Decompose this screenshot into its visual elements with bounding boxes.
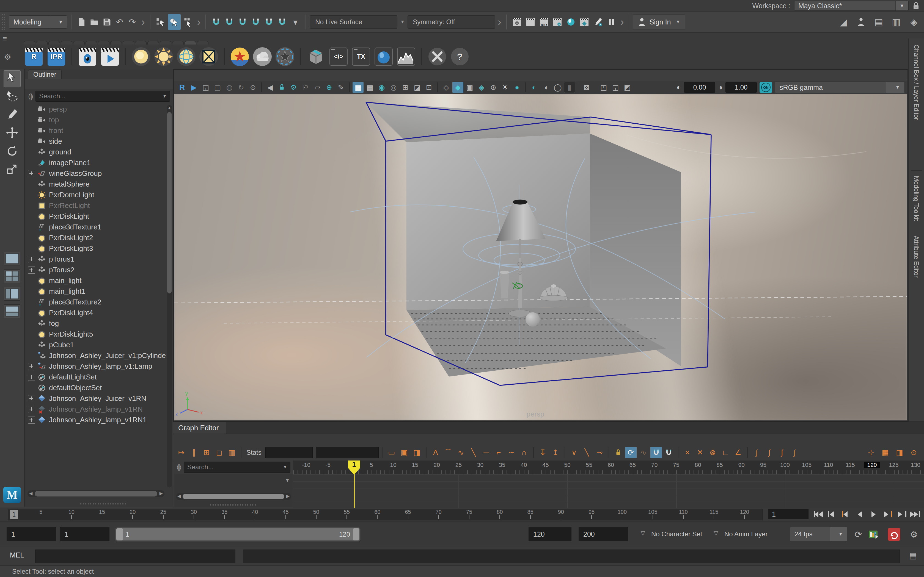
shelf-tab[interactable] [61,41,72,45]
filter-icon[interactable]: ⟬⟭ [176,463,181,471]
group-collapse-icon[interactable]: › [498,17,501,27]
outliner-item[interactable]: persp [25,104,166,114]
shelf-tab[interactable] [160,41,171,45]
lock-camera-icon[interactable] [276,82,288,93]
anim-layer-selector[interactable]: No Anim Layer [724,527,767,541]
move-keys-icon[interactable]: ⊹ [865,447,877,458]
shelf-tab[interactable] [36,41,48,45]
field-chart-icon[interactable]: ⊞ [400,82,411,93]
tx-make-icon[interactable]: TX [351,47,371,67]
paint-effects-icon[interactable] [591,14,604,30]
move-nearest-picked-key-tool-icon[interactable]: ↦ [176,447,187,458]
toon-outline-icon[interactable] [565,14,577,30]
shelf-tab[interactable] [197,41,208,45]
occlusion-icon[interactable]: ◯ [552,82,563,93]
refresh-render-icon[interactable]: ↻ [236,82,247,93]
step-forward-frame-button[interactable] [895,509,908,520]
toggle-modeling-toolkit-icon[interactable]: ◢ [837,14,850,30]
film-gate-icon[interactable]: ▤ [364,82,375,93]
toggle-tool-settings-icon[interactable]: ▥ [890,14,903,30]
scroll-right-icon[interactable]: ▶ [286,493,289,499]
outliner-vertical-scrollbar[interactable]: ▲ [166,105,172,487]
exposure-icon[interactable]: ◐ [677,83,681,92]
select-hierarchy-icon[interactable] [154,14,167,30]
stats-value-field[interactable] [316,447,379,458]
outliner-item[interactable]: T place3dTexture1 [25,222,166,232]
frame-all-icon[interactable]: ▭ [386,447,397,458]
camera-attributes-icon[interactable]: ⚙ [288,82,299,93]
gate-mask-icon[interactable]: ◎ [388,82,399,93]
dope-sheet-icon[interactable]: ▦ [879,447,891,458]
renderman-help-icon[interactable]: ? [450,47,470,67]
menu-set-dropdown[interactable]: Modeling ▼ [9,15,67,29]
renderman-preferences-icon[interactable] [427,47,447,67]
open-render-view-icon[interactable] [510,14,523,30]
shelf-tab[interactable] [135,41,147,45]
outliner-item[interactable]: defaultLightSet [25,372,166,382]
live-surface-field[interactable]: No Live Surface [310,15,397,29]
break-connection-icon[interactable]: ✕ [695,447,706,458]
snap-curve-icon[interactable] [223,14,236,30]
shelf-tab[interactable] [172,41,184,45]
toggle-attribute-editor-icon[interactable]: ◈ [908,14,920,30]
lock-channel-icon[interactable] [612,447,624,458]
layout-four-pane-icon[interactable] [4,269,20,283]
open-scene-icon[interactable] [88,14,101,30]
break-tangents-icon[interactable]: ∨ [569,447,580,458]
insert-keys-tool-icon[interactable]: ∥ [188,447,200,458]
copy-view-icon[interactable]: ◳ [598,82,609,93]
step-forward-key-button[interactable] [881,509,894,520]
go-to-end-button[interactable] [909,509,922,520]
pxr-light-filter-icon[interactable] [275,47,295,67]
toggle-channel-box-icon[interactable]: ▤ [872,14,885,30]
grease-pencil-icon[interactable]: ✎ [336,82,347,93]
select-component-icon[interactable] [182,14,194,30]
redo-icon[interactable]: ↷ [126,14,139,30]
scroll-right-icon[interactable]: ▶ [160,491,163,496]
ge-search-input[interactable]: Search... ▼ [184,462,291,472]
chevron-down-icon[interactable]: ▼ [283,464,288,470]
outliner-item[interactable]: Johnson_Ashley_lamp_v1:Lamp [25,361,166,372]
toggle-character-controls-icon[interactable] [855,14,867,30]
group-collapse-icon[interactable]: › [620,17,624,27]
workspace-lock-icon[interactable] [913,2,919,10]
expand-plus-icon[interactable] [28,417,35,424]
playback-loop-icon[interactable]: ⟳ [852,528,864,541]
expand-plus-icon[interactable] [28,395,35,402]
bookmark-icon[interactable]: ⚐ [300,82,311,93]
expand-plus-icon[interactable] [28,374,35,381]
linear-tangent-icon[interactable]: ╲ [468,447,479,458]
outliner-item[interactable]: imagePlane1 [25,158,166,168]
play-forwards-button[interactable] [867,509,880,520]
auto-keyframe-icon[interactable] [888,528,900,541]
plateau-tangent-icon[interactable]: ∽ [506,447,517,458]
default-light-icon[interactable]: ☀ [500,82,510,93]
bounding-box-icon[interactable]: ▣ [464,82,475,93]
post-infinity-cycle-icon[interactable]: ∫ [764,447,775,458]
lasso-tool-icon[interactable] [3,89,21,105]
go-to-start-button[interactable] [813,509,825,520]
outliner-item[interactable]: PxrDiskLight5 [25,329,166,340]
outliner-item[interactable]: top [25,114,166,125]
pan-zoom-icon[interactable]: ⊕ [324,82,335,93]
outliner-item[interactable]: Johnson_Ashley_lamp_v1RN1 [25,414,166,425]
free-tangent-weight-icon[interactable]: ⊸ [594,447,605,458]
range-bar[interactable] [116,529,359,540]
grid-icon[interactable]: ▦ [352,82,363,93]
auto-load-graph-icon[interactable]: ⟳ [625,447,636,458]
outliner-item[interactable]: side [25,136,166,147]
outliner-item[interactable]: metalSphere [25,179,166,190]
shelf-tab[interactable] [147,41,159,45]
render-settings-icon[interactable] [551,14,564,30]
scale-tool-icon[interactable] [3,161,21,178]
swap-buffer-curve-icon[interactable]: × [682,447,693,458]
render-preview-icon[interactable] [77,47,98,67]
current-time-field[interactable]: 1 [768,509,809,519]
all-lights-icon[interactable]: ◐ [528,82,540,93]
load-selected-icon[interactable]: ∿ [638,447,649,458]
outliner-item[interactable]: pCube1 [25,340,166,350]
image-tool-icon[interactable] [396,47,416,67]
shadows-icon[interactable]: ◖ [540,82,551,93]
character-set-selector[interactable]: No Character Set [651,527,702,541]
ibl-toggle-icon[interactable]: ◍ [224,82,235,93]
